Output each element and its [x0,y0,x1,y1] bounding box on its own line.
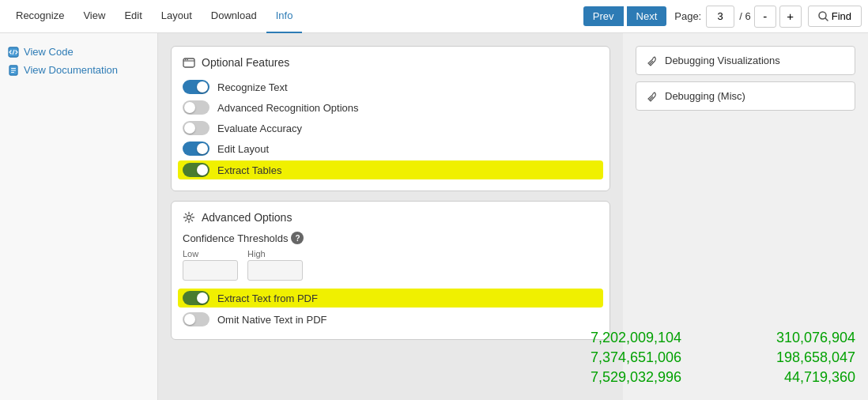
toggle-recognize-text-switch[interactable] [183,80,209,94]
threshold-inputs: Low High [183,249,598,281]
debugging-misc-label: Debugging (Misc) [665,90,745,102]
edit-layout-label: Edit Layout [217,143,269,155]
optional-features-card: Optional Features Recognize Text A [171,46,610,191]
code-icon [8,47,19,58]
toggle-omit-native-text-switch[interactable] [183,312,209,326]
threshold-high-input[interactable] [247,260,303,281]
advanced-recognition-label: Advanced Recognition Options [217,102,359,114]
navbar: Recognize View Edit Layout Download Info… [0,0,868,33]
page-input[interactable] [706,6,734,28]
nav-download[interactable]: Download [202,0,266,33]
nav-controls: Prev Next Page: / 6 - + Find [583,6,862,28]
omit-native-text-label: Omit Native Text in PDF [217,314,326,326]
data-col2-3: 44,719,360 [745,369,855,386]
window-icon [183,56,195,69]
extract-text-pdf-label: Extract Text from PDF [217,292,318,304]
view-code-link[interactable]: View Code [6,43,151,61]
toggle-extract-tables-switch[interactable] [183,163,209,177]
zoom-in-button[interactable]: + [779,6,802,28]
nav-edit[interactable]: Edit [115,0,151,33]
toggle-evaluate-accuracy: Evaluate Accuracy [183,118,598,138]
toggle-omit-native-text: Omit Native Text in PDF [183,309,598,330]
main-area: View Code View Documentation Op [0,33,868,400]
toggle-extract-text-pdf-switch[interactable] [183,291,209,305]
high-label: High [247,249,303,258]
svg-point-11 [187,59,188,61]
wrench2-icon [647,91,659,102]
next-button[interactable]: Next [627,6,667,26]
debugging-visualizations-item: Debugging Visualizations [636,46,855,75]
svg-point-12 [187,216,191,220]
advanced-options-title: Advanced Options [183,211,598,224]
nav-recognize[interactable]: Recognize [6,0,74,33]
gear-icon [183,211,195,224]
sidebar: View Code View Documentation [0,33,158,400]
toggle-edit-layout-switch[interactable] [183,142,209,156]
svg-rect-5 [11,68,16,69]
data-row-1: 7,202,009,104 310,076,904 [636,328,855,348]
data-col1-2: 7,374,651,006 [591,349,681,366]
threshold-high-group: High [247,249,303,281]
data-section: 7,202,009,104 310,076,904 7,374,651,006 … [636,281,855,387]
data-row-3: 7,529,032,996 44,719,360 [636,368,855,387]
toggle-edit-layout: Edit Layout [183,138,598,159]
view-documentation-link[interactable]: View Documentation [6,61,151,79]
toggle-extract-tables: Extract Tables [178,160,603,179]
optional-features-title: Optional Features [183,56,598,69]
low-label: Low [183,249,238,258]
data-col2-1: 310,076,904 [745,330,855,346]
debugging-misc-item: Debugging (Misc) [636,81,855,111]
confidence-label: Confidence Thresholds ? [183,232,598,244]
recognize-text-label: Recognize Text [217,81,288,93]
help-icon[interactable]: ? [291,232,304,244]
advanced-options-card: Advanced Options Confidence Thresholds ?… [171,201,610,340]
threshold-low-input[interactable] [183,260,238,281]
right-panel: Debugging Visualizations Debugging (Misc… [623,33,868,400]
center-panel: Optional Features Recognize Text A [158,33,623,400]
prev-button[interactable]: Prev [583,6,624,26]
toggle-advanced-recognition: Advanced Recognition Options [183,97,598,118]
view-code-label: View Code [24,46,74,58]
threshold-low-group: Low [183,249,238,281]
nav-info[interactable]: Info [266,0,303,33]
doc-icon [8,65,19,76]
page-separator: / 6 [739,10,750,22]
svg-point-10 [185,59,187,61]
zoom-out-button[interactable]: - [754,6,776,28]
find-button[interactable]: Find [808,6,862,27]
svg-line-1 [825,18,828,21]
data-col1-1: 7,202,009,104 [591,330,681,346]
nav-layout[interactable]: Layout [152,0,202,33]
toggle-evaluate-accuracy-switch[interactable] [183,121,209,135]
debugging-visualizations-label: Debugging Visualizations [665,55,780,66]
data-col2-2: 198,658,047 [745,349,855,366]
page-label: Page: [674,10,701,22]
confidence-thresholds: Confidence Thresholds ? Low High [183,232,598,281]
evaluate-accuracy-label: Evaluate Accuracy [217,123,302,134]
toggle-recognize-text: Recognize Text [183,77,598,97]
search-icon [818,11,828,21]
data-row-2: 7,374,651,006 198,658,047 [636,348,855,368]
wrench-icon [647,55,659,66]
view-documentation-label: View Documentation [24,64,118,76]
svg-rect-6 [11,70,16,70]
toggle-extract-text-pdf: Extract Text from PDF [178,289,603,308]
data-col1-3: 7,529,032,996 [591,369,681,386]
extract-tables-label: Extract Tables [217,164,281,176]
svg-rect-7 [11,72,14,73]
toggle-advanced-recognition-switch[interactable] [183,100,209,115]
nav-view[interactable]: View [74,0,115,33]
